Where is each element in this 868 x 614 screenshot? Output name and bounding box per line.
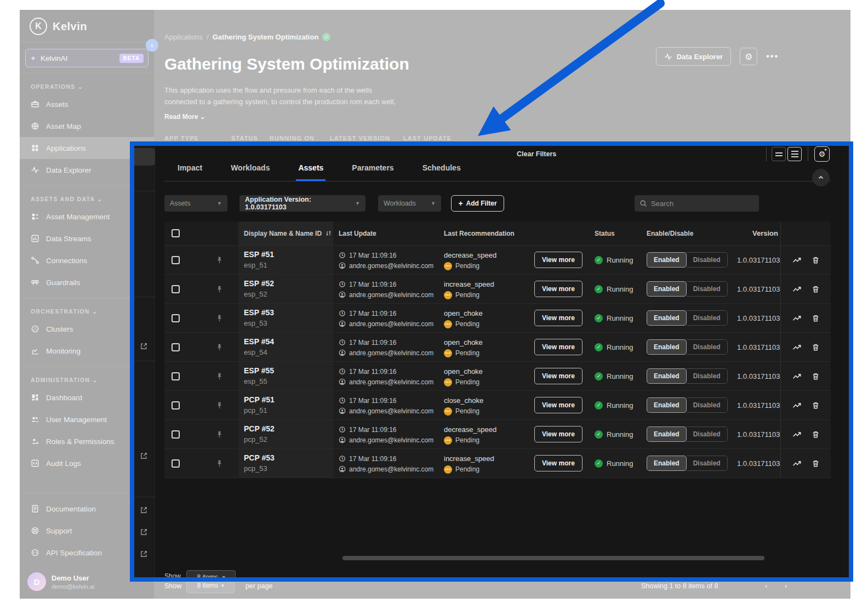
asset-display-name[interactable]: ESP #53 [244, 308, 333, 317]
page-size-select[interactable]: 8 items▾ [186, 570, 236, 577]
insights-trend-icon[interactable] [792, 401, 802, 410]
row-checkbox[interactable] [172, 256, 180, 264]
enabled-option[interactable]: Enabled [647, 310, 687, 326]
search-box[interactable] [635, 195, 759, 212]
pagination-controls[interactable]: ‹ › [765, 582, 795, 590]
expanded-view-toggle[interactable] [787, 147, 802, 161]
read-more-link[interactable]: Read More ⌄ [164, 113, 205, 121]
data-explorer-button[interactable]: Data Explorer [656, 47, 732, 66]
asset-display-name[interactable]: ESP #52 [244, 279, 333, 288]
delete-trash-icon[interactable] [812, 459, 820, 468]
insights-trend-icon[interactable] [792, 314, 802, 323]
delete-trash-icon[interactable] [812, 343, 820, 351]
horizontal-scrollbar[interactable] [342, 556, 764, 560]
insights-trend-icon[interactable] [792, 372, 802, 381]
pin-icon[interactable] [215, 256, 224, 264]
disabled-option[interactable]: Disabled [687, 368, 728, 384]
column-header-last-recommendation[interactable]: Last Recommendation [438, 230, 534, 237]
row-checkbox[interactable] [172, 372, 180, 380]
pin-icon[interactable] [215, 401, 224, 410]
tab-workloads[interactable]: Workloads [229, 159, 272, 181]
add-filter-button[interactable]: + Add Filter [451, 195, 504, 212]
insights-trend-icon[interactable] [792, 255, 802, 265]
asset-display-name[interactable]: PCP #52 [244, 424, 333, 433]
tab-impact[interactable]: Impact [175, 159, 204, 181]
delete-trash-icon[interactable] [812, 372, 820, 380]
asset-display-name[interactable]: ESP #51 [244, 250, 333, 259]
sort-icon[interactable] [325, 230, 332, 237]
tab-parameters[interactable]: Parameters [350, 159, 396, 181]
pin-icon[interactable] [215, 372, 224, 380]
row-checkbox[interactable] [172, 285, 180, 293]
clear-filters-button[interactable]: Clear Filters [517, 150, 556, 167]
assets-filter-select[interactable]: Assets▼ [164, 195, 227, 212]
column-settings-button[interactable]: ⚙✦ [814, 146, 830, 162]
view-more-button[interactable]: View more [534, 281, 583, 297]
asset-display-name[interactable]: PCP #53 [244, 453, 333, 462]
enabled-option[interactable]: Enabled [647, 456, 687, 471]
delete-trash-icon[interactable] [812, 256, 820, 264]
insights-trend-icon[interactable] [792, 430, 802, 439]
disabled-option[interactable]: Disabled [687, 252, 728, 268]
row-checkbox[interactable] [172, 459, 180, 468]
view-more-button[interactable]: View more [534, 426, 583, 442]
row-checkbox[interactable] [172, 314, 180, 322]
insights-trend-icon[interactable] [792, 285, 802, 294]
column-header-status[interactable]: Status [595, 230, 647, 237]
app-version-filter-select[interactable]: Application Version: 1.0.03171103▼ [239, 195, 366, 212]
view-more-button[interactable]: View more [534, 455, 583, 471]
column-header-last-update[interactable]: Last Update [333, 230, 438, 237]
column-header-version[interactable]: Version [737, 229, 780, 237]
collapse-panel-button[interactable] [812, 169, 830, 186]
breadcrumb-parent[interactable]: Applications [164, 33, 203, 41]
column-header-name[interactable]: Display Name & Name ID [238, 221, 333, 245]
tab-schedules[interactable]: Schedules [420, 159, 463, 181]
disabled-option[interactable]: Disabled [687, 339, 728, 355]
enabled-option[interactable]: Enabled [647, 427, 687, 442]
view-more-button[interactable]: View more [534, 339, 583, 355]
view-more-button[interactable]: View more [534, 252, 583, 268]
breadcrumb[interactable]: Applications / Gathering System Optimiza… [164, 33, 330, 41]
more-options-button[interactable]: ••• [766, 52, 779, 61]
enabled-option[interactable]: Enabled [647, 281, 687, 297]
disabled-option[interactable]: Disabled [687, 456, 728, 471]
row-checkbox[interactable] [172, 343, 180, 351]
asset-display-name[interactable]: ESP #55 [244, 366, 333, 375]
settings-gear-button[interactable]: ⚙ [740, 48, 757, 65]
sidebar-collapse-button[interactable]: ‹ [146, 39, 158, 52]
select-all-checkbox[interactable] [172, 229, 180, 237]
asset-display-name[interactable]: ESP #54 [244, 337, 333, 346]
delete-trash-icon[interactable] [812, 314, 820, 322]
row-checkbox[interactable] [172, 401, 180, 410]
insights-trend-icon[interactable] [792, 343, 802, 352]
pin-icon[interactable] [215, 459, 224, 468]
pin-icon[interactable] [215, 285, 224, 293]
insights-trend-icon[interactable] [792, 459, 802, 468]
disabled-option[interactable]: Disabled [687, 427, 728, 442]
view-more-button[interactable]: View more [534, 368, 583, 384]
pin-icon[interactable] [215, 343, 224, 351]
enabled-option[interactable]: Enabled [647, 368, 687, 384]
disabled-option[interactable]: Disabled [687, 310, 728, 326]
asset-display-name[interactable]: PCP #51 [244, 395, 333, 404]
sidebar-item-assets[interactable]: Assets [20, 93, 154, 115]
pin-icon[interactable] [215, 430, 224, 439]
enabled-option[interactable]: Enabled [647, 397, 687, 413]
delete-trash-icon[interactable] [812, 285, 820, 293]
disabled-option[interactable]: Disabled [687, 397, 728, 413]
compact-view-toggle[interactable] [772, 147, 786, 161]
sidebar-item-asset-map[interactable]: Asset Map [20, 115, 154, 137]
tab-assets[interactable]: Assets [296, 159, 326, 181]
pin-icon[interactable] [215, 314, 224, 322]
search-input[interactable] [651, 200, 750, 208]
enabled-option[interactable]: Enabled [647, 252, 687, 268]
delete-trash-icon[interactable] [812, 430, 820, 439]
column-header-enable[interactable]: Enable/Disable [647, 230, 737, 237]
enabled-option[interactable]: Enabled [647, 339, 687, 355]
view-more-button[interactable]: View more [534, 397, 583, 413]
row-checkbox[interactable] [172, 430, 180, 439]
disabled-option[interactable]: Disabled [687, 281, 728, 297]
view-more-button[interactable]: View more [534, 310, 583, 326]
workloads-filter-select[interactable]: Workloads▼ [378, 195, 441, 212]
delete-trash-icon[interactable] [812, 401, 820, 410]
